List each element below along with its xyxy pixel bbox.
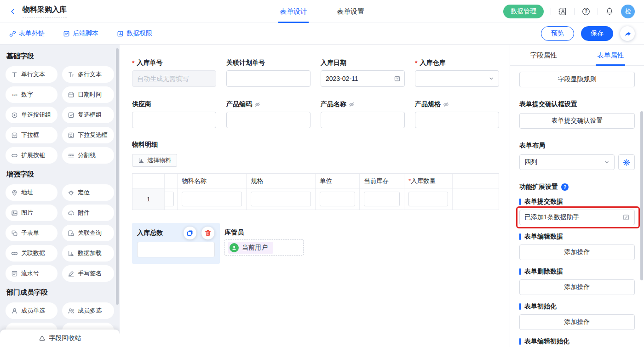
single-text-icon [11, 71, 18, 78]
divider [574, 8, 575, 15]
material-name-input[interactable] [182, 192, 242, 206]
sidebar-item-member-single[interactable]: 成员单选 [6, 302, 58, 319]
field-plan-no[interactable]: 关联计划单号 [226, 59, 310, 87]
tab-form-properties[interactable]: 表单属性 [577, 45, 644, 65]
add-action-button-edit[interactable]: 添加操作 [519, 245, 635, 260]
back-icon[interactable] [9, 8, 17, 15]
people-icon [68, 307, 75, 314]
order-no-input[interactable] [132, 70, 216, 87]
sidebar-scrollbar[interactable] [116, 48, 119, 305]
tab-field-properties[interactable]: 字段属性 [510, 45, 577, 65]
data-assistant-box[interactable]: 已添加1条数据助手 [519, 210, 635, 225]
sidebar-item-image[interactable]: 图片 [6, 205, 58, 221]
share-button[interactable] [620, 26, 635, 41]
sidebar-item-subform[interactable]: 子表单 [6, 225, 58, 241]
sidebar-item-address[interactable]: 地址 [6, 184, 58, 201]
layout-select[interactable]: 四列 [519, 154, 615, 170]
panel-scrollbar[interactable] [640, 111, 643, 280]
image-icon [11, 210, 18, 216]
sidebar-item-lookup[interactable]: 关联查询 [62, 225, 114, 241]
panel-tabs: 字段属性 表单属性 [510, 45, 644, 66]
copy-field-button[interactable] [184, 227, 196, 239]
sidebar-item-ext-button[interactable]: 扩展按钮 [6, 147, 58, 164]
contact-book-icon[interactable] [558, 7, 567, 16]
inbound-total-input[interactable] [137, 242, 215, 257]
plan-no-input[interactable] [226, 70, 310, 87]
field-product-spec[interactable]: 产品规格 [415, 101, 499, 128]
manager-value-box[interactable]: 当前用户 [224, 239, 304, 256]
delete-field-button[interactable] [201, 227, 214, 239]
inbound-qty-input[interactable] [408, 192, 448, 206]
section-basic-fields: 基础字段 [6, 52, 114, 61]
supplier-input[interactable] [132, 112, 216, 128]
trash-icon [204, 229, 212, 237]
chevron-down-icon [489, 76, 494, 81]
save-button[interactable]: 保存 [581, 26, 613, 41]
submit-confirm-button[interactable]: 表单提交确认设置 [519, 113, 635, 129]
backend-script-action[interactable]: 后端脚本 [63, 29, 98, 38]
edit-icon[interactable] [622, 214, 630, 221]
sidebar-item-multi-text[interactable]: 多行文本 [62, 66, 114, 83]
tab-form-design[interactable]: 表单设计 [278, 0, 309, 23]
field-supplier[interactable]: 供应商 [132, 101, 216, 128]
field-inbound-date[interactable]: 入库日期 7 [321, 59, 405, 87]
add-action-button-delete[interactable]: 添加操作 [519, 279, 635, 295]
col-spec: 规格 [247, 174, 316, 188]
field-warehouse-manager[interactable]: 库管员 当前用户 [224, 228, 304, 256]
subform-material-detail[interactable]: 物料明细 选择物料 物料名称 规格 单位 当前库存 *入库数量 1 [132, 141, 510, 210]
col-unit: 单位 [316, 174, 360, 188]
external-link-action[interactable]: 表单外链 [9, 29, 45, 38]
svg-text:7: 7 [397, 78, 398, 80]
spec-input[interactable] [251, 192, 311, 206]
sidebar-item-radio-group[interactable]: 单选按钮组 [6, 107, 58, 123]
current-stock-input[interactable] [364, 192, 400, 206]
unit-input[interactable] [320, 192, 355, 206]
field-warehouse[interactable]: *入库仓库 [415, 59, 499, 87]
product-name-input[interactable] [321, 112, 405, 128]
current-user-tag[interactable]: 当前用户 [228, 242, 273, 254]
notification-bell-icon[interactable] [605, 7, 614, 16]
group-delete-data: 表单删除数据 [519, 267, 635, 276]
field-inbound-total-selected[interactable]: 入库总数 [132, 223, 220, 264]
field-product-name[interactable]: 产品名称 [321, 101, 405, 128]
help-question-icon[interactable]: ? [561, 183, 569, 191]
field-product-code[interactable]: 产品编码 [226, 101, 310, 128]
sidebar-item-linked-data[interactable]: 关联数据 [6, 245, 58, 262]
data-permission-action[interactable]: 数据权限 [117, 29, 152, 38]
divider [551, 8, 551, 15]
tab-form-settings[interactable]: 表单设置 [335, 0, 366, 23]
sidebar-item-data-load[interactable]: 数据加载 [62, 245, 114, 262]
sidebar-item-serial-number[interactable]: 流水号 [6, 265, 58, 282]
form-layout-heading: 表单布局 [519, 142, 635, 150]
user-avatar[interactable]: 检 [621, 5, 635, 18]
field-order-no[interactable]: *入库单号 [132, 59, 216, 87]
warehouse-select[interactable] [415, 70, 499, 87]
sidebar-item-select[interactable]: 下拉框 [6, 127, 58, 143]
product-spec-input[interactable] [415, 112, 499, 128]
clipped-cell-input[interactable] [165, 192, 174, 206]
divider [598, 8, 598, 15]
product-code-input[interactable] [226, 112, 310, 128]
help-icon[interactable]: ? [581, 7, 591, 16]
sidebar-item-datetime[interactable]: 日期时间 [62, 86, 114, 103]
sidebar-item-checkbox-group[interactable]: 复选框组 [62, 107, 114, 123]
link-icon [9, 30, 16, 37]
form-title[interactable]: 物料采购入库 [23, 5, 67, 17]
sidebar-item-number[interactable]: 123数字 [6, 86, 58, 103]
add-action-button-init[interactable]: 添加操作 [519, 314, 635, 330]
sidebar-item-signature[interactable]: 手写签名 [62, 265, 114, 282]
sidebar-item-attachment[interactable]: 附件 [62, 205, 114, 221]
eye-off-icon [349, 102, 355, 108]
inbound-date-input[interactable] [321, 70, 405, 87]
field-display-rules-button[interactable]: 字段显隐规则 [519, 72, 635, 87]
sidebar-item-single-text[interactable]: 单行文本 [6, 66, 58, 83]
select-material-button[interactable]: 选择物料 [132, 154, 177, 167]
sidebar-item-multi-select[interactable]: 下拉复选框 [62, 127, 114, 143]
sidebar-item-divider[interactable]: 分割线 [62, 147, 114, 164]
field-recycle-bin[interactable]: 字段回收站 [0, 330, 120, 347]
sidebar-item-location[interactable]: 定位 [62, 184, 114, 201]
layout-settings-button[interactable] [618, 154, 635, 170]
preview-button[interactable]: 预览 [541, 26, 574, 41]
data-manage-button[interactable]: 数据管理 [503, 5, 544, 18]
sidebar-item-member-multi[interactable]: 成员多选 [62, 302, 114, 319]
